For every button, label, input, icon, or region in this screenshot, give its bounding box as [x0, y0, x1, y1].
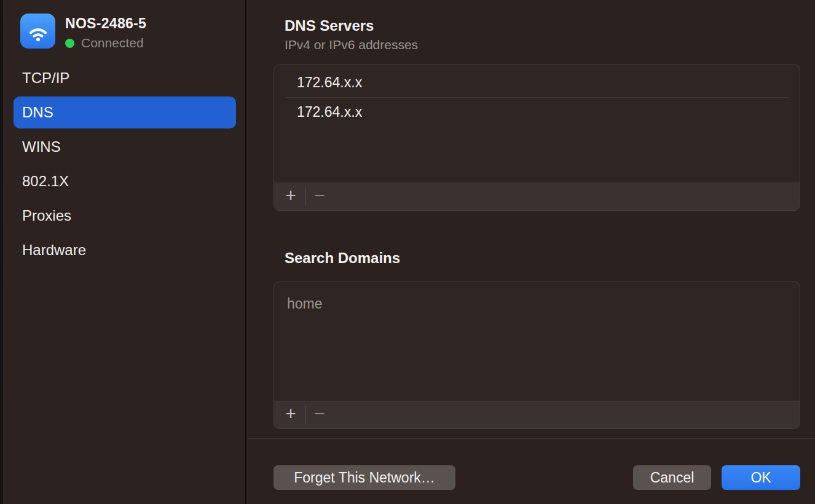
bottom-separator — [248, 438, 815, 439]
network-name: NOS-2486-5 — [65, 15, 146, 32]
search-domains-header: Search Domains — [285, 250, 400, 267]
sidebar-item-wins[interactable]: WINS — [14, 130, 236, 164]
sidebar-item-dns[interactable]: DNS — [14, 96, 236, 128]
dns-server-row[interactable]: 172.64.x.x — [274, 68, 800, 97]
dns-server-row[interactable]: 172.64.x.x — [274, 98, 800, 127]
add-search-domain-button[interactable]: + — [277, 401, 305, 429]
dns-listbox-footer: + − — [274, 183, 800, 210]
connected-dot-icon — [65, 39, 74, 48]
wifi-details-dialog: NOS-2486-5 Connected TCP/IP DNS WINS 802… — [0, 0, 815, 504]
sidebar-item-hardware[interactable]: Hardware — [14, 233, 236, 267]
remove-search-domain-button[interactable]: − — [305, 401, 334, 429]
cancel-button[interactable]: Cancel — [633, 465, 711, 490]
network-header: NOS-2486-5 Connected — [20, 14, 146, 50]
forget-network-button[interactable]: Forget This Network… — [274, 465, 455, 490]
dns-servers-title: DNS Servers — [285, 17, 418, 34]
status-text: Connected — [81, 36, 144, 50]
main-panel: DNS Servers IPv4 or IPv6 addresses 172.6… — [248, 0, 815, 504]
ok-button[interactable]: OK — [722, 465, 800, 490]
search-domains-title: Search Domains — [285, 250, 400, 267]
dns-servers-listbox: 172.64.x.x 172.64.x.x + − — [274, 65, 800, 211]
sidebar: NOS-2486-5 Connected TCP/IP DNS WINS 802… — [3, 0, 246, 504]
sidebar-nav: TCP/IP DNS WINS 802.1X Proxies Hardware — [14, 61, 236, 267]
sidebar-item-8021x[interactable]: 802.1X — [14, 164, 236, 199]
sidebar-item-tcpip[interactable]: TCP/IP — [14, 61, 236, 95]
dialog-footer: Forget This Network… Cancel OK — [274, 465, 800, 490]
status-row: Connected — [65, 36, 146, 50]
search-domains-footer: + − — [274, 401, 800, 428]
dns-servers-rows: 172.64.x.x 172.64.x.x — [274, 65, 800, 127]
dns-servers-subtitle: IPv4 or IPv6 addresses — [285, 37, 418, 52]
search-domains-listbox: home + − — [274, 282, 800, 429]
search-domain-row[interactable]: home — [274, 288, 800, 319]
remove-dns-server-button[interactable]: − — [305, 183, 334, 211]
search-domains-rows: home — [274, 282, 800, 319]
network-header-text: NOS-2486-5 Connected — [65, 14, 146, 50]
sidebar-item-proxies[interactable]: Proxies — [14, 199, 236, 233]
add-dns-server-button[interactable]: + — [277, 183, 305, 211]
wifi-icon — [20, 14, 55, 49]
dns-servers-header: DNS Servers IPv4 or IPv6 addresses — [285, 17, 418, 52]
